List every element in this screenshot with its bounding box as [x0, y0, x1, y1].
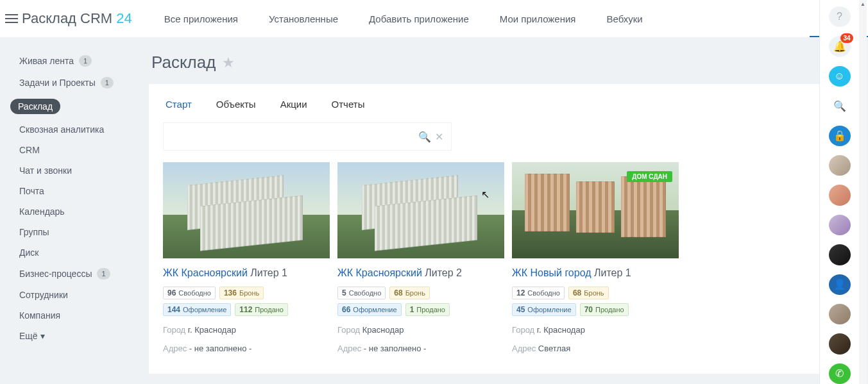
sidebar-item-crm[interactable]: CRM: [0, 140, 149, 160]
cards: ЖК Красноярский Литер 1 96Свободно 136Бр…: [149, 162, 859, 353]
badge: 1: [97, 268, 110, 280]
tab-objects[interactable]: Объекты: [216, 99, 256, 110]
avatar[interactable]: [829, 244, 851, 265]
help-icon[interactable]: ?: [829, 6, 851, 27]
brand: Расклад CRM 24: [22, 10, 132, 27]
card[interactable]: ДОМ СДАН ЖК Новый город Литер 1 12Свобод…: [512, 162, 679, 353]
tab-actions[interactable]: Акции: [280, 99, 307, 110]
user-icon[interactable]: 👤: [829, 274, 851, 295]
sidebar-item-company[interactable]: Компания: [0, 305, 149, 326]
stat-proc: 144Оформление: [163, 303, 231, 316]
tab-start[interactable]: Старт: [166, 99, 192, 110]
sidebar-item-analytics[interactable]: Сквозная аналитика: [0, 119, 149, 140]
card-image: [163, 162, 330, 258]
sidebar-item-calendar[interactable]: Календарь: [0, 201, 149, 222]
stat-sold: 70Продано: [580, 303, 629, 316]
tabs: Старт Объекты Акции Отчеты ⚙: [149, 97, 859, 122]
sidebar-item-bp[interactable]: Бизнес-процессы1: [0, 263, 149, 285]
sidebar-more[interactable]: Ещё ▾: [0, 326, 149, 346]
stat-proc: 66Оформление: [337, 303, 402, 316]
bell-icon[interactable]: 🔔34: [829, 36, 851, 56]
bot-icon[interactable]: ☺: [829, 66, 851, 87]
card-subtitle: Литер 1: [250, 267, 287, 278]
brand-suffix: 24: [116, 10, 132, 26]
sidebar-item-mail[interactable]: Почта: [0, 181, 149, 201]
tab-reports[interactable]: Отчеты: [332, 99, 365, 110]
badge: 1: [79, 55, 92, 67]
chevron-down-icon: ▾: [40, 331, 45, 341]
search-input[interactable]: [171, 131, 414, 142]
scroll-up-icon[interactable]: ▲: [860, 1, 865, 6]
avatar[interactable]: [829, 155, 851, 176]
main: Расклад ★ Старт Объекты Акции Отчеты ⚙ 🔍…: [149, 37, 868, 384]
avatar[interactable]: [829, 304, 851, 324]
stat-free: 5Свободно: [337, 287, 386, 299]
panel: Старт Объекты Акции Отчеты ⚙ 🔍 ✕ ЖК Крас…: [149, 84, 859, 374]
sidebar-item-rasklad[interactable]: Расклад: [0, 94, 149, 119]
sidebar-item-tasks[interactable]: Задачи и Проекты1: [0, 72, 149, 94]
card-title: ЖК Красноярский: [163, 267, 248, 278]
stat-free: 12Свободно: [512, 287, 565, 299]
sidebar-item-chat[interactable]: Чат и звонки: [0, 160, 149, 181]
hamburger-icon[interactable]: [5, 14, 18, 23]
card[interactable]: ЖК Красноярский Литер 1 96Свободно 136Бр…: [163, 162, 330, 353]
stat-proc: 45Оформление: [512, 303, 576, 316]
avatar[interactable]: [829, 333, 851, 354]
badge: 1: [101, 77, 114, 88]
topnav: Все приложения Установленные Добавить пр…: [149, 0, 868, 37]
topbar: Расклад CRM 24 Все приложения Установлен…: [0, 0, 868, 37]
card-image: ДОМ СДАН: [512, 162, 679, 258]
sidebar-item-employees[interactable]: Сотрудники: [0, 285, 149, 305]
notif-badge: 34: [840, 33, 853, 43]
rightrail: ? 🔔34 ☺ 🔍 🔒 👤 ✆: [819, 0, 859, 384]
stat-hold: 136Бронь: [219, 287, 264, 299]
sidebar-item-feed[interactable]: Живая лента1: [0, 50, 149, 72]
topnav-my-apps[interactable]: Мои приложения: [484, 0, 591, 37]
card-title: ЖК Новый город: [512, 267, 591, 278]
card-subtitle: Литер 1: [594, 267, 631, 278]
avatar[interactable]: [829, 215, 851, 235]
card-title: ЖК Красноярский: [337, 267, 422, 278]
stat-free: 96Свободно: [163, 287, 216, 299]
search-icon[interactable]: 🔍: [418, 131, 431, 143]
sidebar-item-groups[interactable]: Группы: [0, 222, 149, 242]
lock-icon[interactable]: 🔒: [829, 126, 851, 146]
stat-sold: 112Продано: [235, 303, 288, 316]
ribbon: ДОМ СДАН: [627, 171, 672, 182]
rail-search-icon[interactable]: 🔍: [829, 96, 851, 116]
topnav-add-app[interactable]: Добавить приложение: [353, 0, 484, 37]
card[interactable]: ЖК Красноярский Литер 2 5Свободно 68Брон…: [337, 162, 504, 353]
topnav-webhooks[interactable]: Вебхуки: [591, 0, 658, 37]
sidebar: Живая лента1 Задачи и Проекты1 Расклад С…: [0, 37, 149, 384]
search-box: 🔍 ✕: [163, 122, 452, 151]
stat-sold: 1Продано: [405, 303, 450, 316]
phone-icon[interactable]: ✆: [829, 363, 851, 384]
window-scrollbar[interactable]: ▲: [859, 0, 867, 384]
stat-hold: 68Бронь: [568, 287, 609, 299]
brand-name: Расклад CRM: [22, 10, 112, 26]
clear-icon[interactable]: ✕: [435, 131, 443, 143]
sidebar-item-disk[interactable]: Диск: [0, 242, 149, 263]
topnav-all-apps[interactable]: Все приложения: [149, 0, 253, 37]
page-title: Расклад: [151, 53, 216, 72]
topnav-installed[interactable]: Установленные: [253, 0, 353, 37]
card-subtitle: Литер 2: [425, 267, 462, 278]
card-image: [337, 162, 504, 258]
avatar[interactable]: [829, 185, 851, 205]
stat-hold: 68Бронь: [389, 287, 430, 299]
star-icon[interactable]: ★: [222, 54, 235, 71]
